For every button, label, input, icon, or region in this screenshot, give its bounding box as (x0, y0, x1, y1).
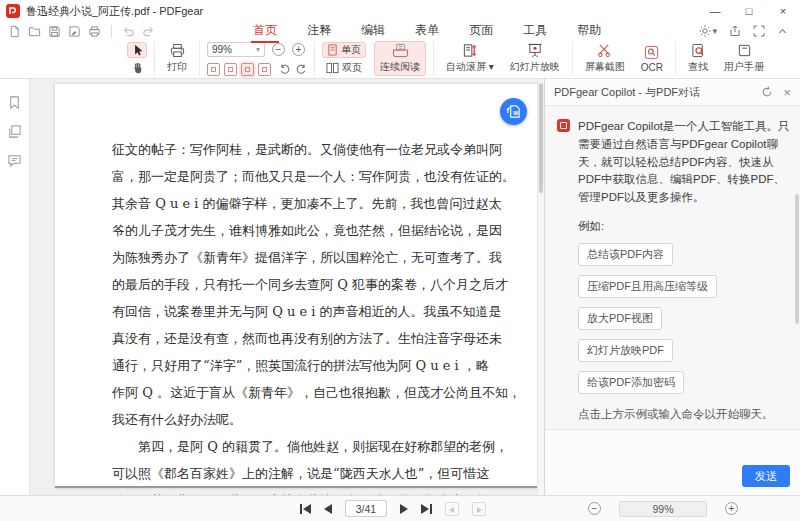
tab-help[interactable]: 帮助 (575, 21, 603, 41)
next-page-button[interactable] (400, 504, 408, 514)
share-icon[interactable] (729, 25, 741, 37)
main-area: 征文的帖子：写作阿桂，是武断的。又倘使他有一位老兄或令弟叫阿 富，那一定是阿贵了… (0, 79, 800, 495)
tab-page[interactable]: 页面 (467, 21, 495, 41)
save-icon[interactable] (48, 25, 61, 38)
group-view-tools: 自动滚屏 ▾ 幻灯片放映 (434, 41, 573, 76)
document-area[interactable]: 征文的帖子：写作阿桂，是武断的。又倘使他有一位老兄或令弟叫阿 富，那一定是阿贵了… (30, 79, 544, 495)
new-file-icon[interactable] (8, 25, 21, 38)
ribbon-toolbar: 打印 99% ▾ − + (0, 40, 800, 79)
tab-tools[interactable]: 工具 (521, 21, 549, 41)
window-title: 鲁迅经典小说_阿正传.pdf - PDFgear (26, 4, 203, 19)
quick-print-icon[interactable] (88, 25, 101, 38)
document-scrollbar[interactable] (537, 79, 544, 495)
rotate-right-icon[interactable] (295, 63, 307, 75)
page-navigation: 3/41 (300, 496, 486, 521)
tab-form[interactable]: 表单 (413, 21, 441, 41)
example-zoom-button[interactable]: 放大PDF视图 (578, 307, 662, 330)
copilot-chat-area: PDFgear Copilot是一个人工智能工具。只需要通过自然语言与PDFge… (545, 106, 800, 429)
example-compress-button[interactable]: 压缩PDF且用高压缩等级 (578, 275, 717, 298)
redo-icon[interactable] (142, 25, 155, 38)
divider (111, 25, 112, 37)
first-page-button[interactable] (300, 504, 311, 514)
pdfgear-window: 鲁迅经典小说_阿正传.pdf - PDFgear — □ × (0, 0, 800, 521)
scrollbar-thumb[interactable] (795, 194, 799, 324)
scrollbar-thumb[interactable] (539, 83, 543, 193)
copilot-title: PDFgear Copilot - 与PDF对话 (554, 85, 700, 100)
tab-home[interactable]: 首页 (251, 21, 279, 41)
page-number-input[interactable]: 3/41 (345, 500, 387, 517)
maximize-button[interactable]: □ (732, 0, 766, 22)
open-file-icon[interactable] (28, 25, 41, 38)
bot-message: PDFgear Copilot是一个人工智能工具。只需要通过自然语言与PDFge… (557, 118, 790, 422)
user-manual-button[interactable]: 用户手册 (719, 42, 769, 75)
last-page-button[interactable] (421, 504, 432, 514)
pdf-page: 征文的帖子：写作阿桂，是武断的。又倘使他有一位老兄或令弟叫阿 富，那一定是阿贵了… (55, 84, 537, 488)
status-zoom-out-button[interactable]: − (588, 502, 601, 515)
zoom-out-button[interactable]: − (272, 43, 285, 56)
next-view-button[interactable] (472, 502, 486, 516)
group-capture: 屏幕截图 OCR (573, 41, 676, 76)
rotate-left-icon[interactable] (279, 63, 291, 75)
minimize-button[interactable]: — (698, 0, 732, 22)
doc-text-line: 作阿 Q 。这近于盲从《新青年》，自己也很抱歉，但茂才公尚且不知， (112, 379, 519, 406)
doc-text-line: 征文的帖子：写作阿桂，是武断的。又倘使他有一位老兄或令弟叫阿 (112, 136, 519, 163)
print-button[interactable]: 打印 (162, 42, 192, 75)
collapse-ribbon-icon[interactable] (777, 26, 788, 37)
actual-size-button[interactable] (207, 63, 220, 76)
doc-text-line: 爷的儿子茂才先生，谁料博雅如此公，竟也茫然，但据结论说，是因 (112, 217, 519, 244)
send-button[interactable]: 发送 (742, 465, 790, 487)
chat-hint-text: 点击上方示例或输入命令以开始聊天。 (578, 407, 790, 422)
doc-text-line: 通行，只好用了“洋字”，照英国流行的拼法写他为阿 Q u e i ，略 (112, 352, 519, 379)
previous-view-button[interactable] (445, 502, 459, 516)
slideshow-button[interactable]: 幻灯片放映 (505, 42, 565, 75)
thumbnails-panel-icon[interactable] (7, 124, 22, 139)
fit-width-button[interactable] (241, 63, 254, 76)
group-help: 查找 用户手册 (676, 41, 776, 76)
single-page-button[interactable]: 单页 (322, 42, 366, 58)
doc-text-line: 姓是不甚可靠的，因此籍贯也就有些决不定。他虽然多住未庄，然 (112, 487, 519, 495)
doc-text-line: 真没有，还是没有查，然而也再没有别的方法了。生怕注音字母还未 (112, 325, 519, 352)
close-button[interactable]: × (766, 0, 800, 22)
find-button[interactable]: 查找 (683, 42, 713, 75)
group-page-layout: 单页 双页 连续阅读 (315, 41, 434, 76)
ocr-button[interactable]: OCR (636, 44, 668, 74)
example-password-button[interactable]: 给该PDF添加密码 (578, 371, 684, 394)
example-summarize-button[interactable]: 总结该PDF内容 (578, 243, 673, 266)
pdfgear-logo-icon (6, 4, 20, 18)
zoom-in-button[interactable]: + (292, 43, 305, 56)
chat-input[interactable] (553, 436, 792, 465)
tab-edit[interactable]: 编辑 (359, 21, 387, 41)
copilot-scrollbar[interactable] (794, 106, 800, 429)
screenshot-button[interactable]: 屏幕截图 (580, 42, 630, 75)
close-panel-icon[interactable]: × (783, 86, 791, 99)
convert-to-word-button[interactable]: W (500, 98, 527, 125)
fullscreen-icon[interactable] (753, 25, 765, 37)
fit-page-button[interactable] (224, 63, 237, 76)
doc-text-line: 我还有什么好办法呢。 (112, 406, 519, 433)
window-controls: — □ × (698, 0, 800, 22)
example-slideshow-button[interactable]: 幻灯片放映PDF (578, 339, 673, 362)
restart-chat-icon[interactable] (761, 86, 773, 98)
double-page-button[interactable]: 双页 (322, 60, 366, 76)
fit-height-button[interactable] (258, 63, 271, 76)
status-zoom-in-button[interactable]: + (725, 502, 738, 515)
zoom-level-dropdown[interactable]: 99% ▾ (207, 42, 265, 57)
tab-annotate[interactable]: 注释 (305, 21, 333, 41)
chat-input-area: 发送 (545, 429, 800, 495)
select-tool-button[interactable] (127, 42, 147, 58)
hand-tool-button[interactable] (127, 60, 147, 76)
continuous-reading-button[interactable]: 连续阅读 (374, 41, 426, 76)
bookmarks-panel-icon[interactable] (7, 95, 22, 110)
status-zoom-level[interactable]: 99% (619, 501, 707, 517)
menu-bar-right: ▾ (699, 25, 792, 37)
bot-intro-text: PDFgear Copilot是一个人工智能工具。只需要通过自然语言与PDFge… (578, 118, 790, 207)
doc-text-line: 富，那一定是阿贵了；而他又只是一个人：写作阿贵，也没有佐证的。 (112, 163, 519, 190)
theme-icon[interactable]: ▾ (699, 25, 717, 37)
save-as-icon[interactable] (68, 25, 81, 38)
group-print: 打印 (155, 41, 200, 76)
comments-panel-icon[interactable] (7, 153, 22, 168)
previous-page-button[interactable] (324, 504, 332, 514)
quick-access-toolbar (8, 25, 155, 38)
undo-icon[interactable] (122, 25, 135, 38)
auto-scroll-button[interactable]: 自动滚屏 ▾ (441, 42, 499, 75)
